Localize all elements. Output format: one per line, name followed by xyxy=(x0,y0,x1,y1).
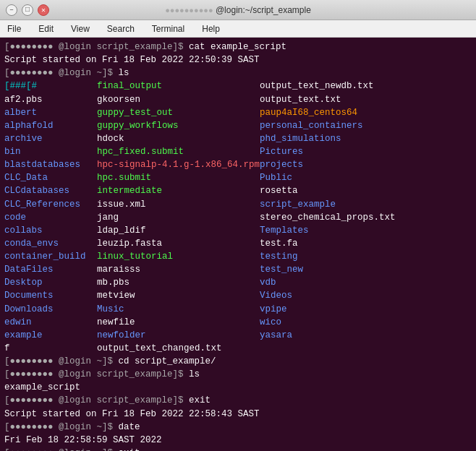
ls-item: test.fa xyxy=(260,237,404,250)
ls-item: hpc_fixed.submit xyxy=(97,145,260,158)
terminal[interactable]: [●●●●●●●● @login script_example]$ cat ex… xyxy=(0,38,476,451)
ls-item: personal_containers xyxy=(260,119,404,132)
terminal-line: Script started on Fri 18 Feb 2022 22:50:… xyxy=(4,53,472,66)
ls-item: Downloads xyxy=(4,303,97,316)
ls-item: testing xyxy=(260,250,404,263)
terminal-line: [●●●●●●●● @login script_example]$ cat ex… xyxy=(4,40,472,53)
ls-item: f xyxy=(4,342,97,355)
ls-item: hdock xyxy=(97,132,260,145)
window-title: ●●●●●●●●●● @login:~/script_example xyxy=(49,5,427,15)
ls-item: Desktop xyxy=(4,276,97,289)
ls-item: archive xyxy=(4,132,97,145)
menu-terminal[interactable]: Terminal xyxy=(148,22,189,35)
ls-item: projects xyxy=(260,158,404,171)
terminal-line: [●●●●●●●● @login script_example]$ exit xyxy=(4,394,472,407)
ls-item: vpipe xyxy=(260,303,404,316)
ls-item: script_example xyxy=(260,198,404,211)
ls-item: Pictures xyxy=(260,145,404,158)
ls-item: intermediate xyxy=(97,184,260,197)
ls-item: CLCdatabases xyxy=(4,184,97,197)
ls-item: mb.pbs xyxy=(97,276,260,289)
ls-item: af2.pbs xyxy=(4,93,97,106)
ls-item: stereo_chemical_props.txt xyxy=(260,211,404,224)
title-user: ●●●●●●●●●● xyxy=(165,6,213,14)
ls-item: ldap_ldif xyxy=(97,224,260,237)
ls-item: maraisss xyxy=(97,263,260,276)
ls-item: newfolder xyxy=(97,329,260,342)
ls-item: guppy_workflows xyxy=(97,119,260,132)
ls-column-3: output_text_newdb.txt output_text.txt pa… xyxy=(260,80,404,355)
ls-item: Videos xyxy=(260,289,404,302)
ls-item: example xyxy=(4,329,97,342)
ls-item: final_output xyxy=(97,80,260,93)
ls-item: test_new xyxy=(260,263,404,276)
ls-item: albert xyxy=(4,106,97,119)
ls-item xyxy=(260,342,404,355)
ls-item: edwin xyxy=(4,316,97,329)
ls-output: [###[# af2.pbs albert alphafold archive … xyxy=(4,80,472,355)
title-path: @login:~/script_example xyxy=(216,5,311,15)
menu-view[interactable]: View xyxy=(67,22,94,35)
minimize-button[interactable]: – xyxy=(6,4,17,16)
ls-item: CLC_Data xyxy=(4,171,97,184)
terminal-line: example_script xyxy=(4,381,472,394)
ls-item: linux_tutorial xyxy=(97,250,260,263)
ls-item: collabs xyxy=(4,224,97,237)
ls-item: metview xyxy=(97,289,260,302)
ls-item: Documents xyxy=(4,289,97,302)
ls-item: phd_simulations xyxy=(260,132,404,145)
ls-item: issue.xml xyxy=(97,198,260,211)
ls-item: Public xyxy=(260,171,404,184)
ls-item: output_text.txt xyxy=(260,93,404,106)
ls-item: CLC_References xyxy=(4,198,97,211)
terminal-line: [●●●●●●●● @login ~]$ ls xyxy=(4,66,472,80)
menu-help[interactable]: Help xyxy=(197,22,224,35)
ls-item: blastdatabases xyxy=(4,158,97,171)
terminal-line: [●●●●●●●● @login script_example]$ ls xyxy=(4,368,472,381)
ls-item: bin xyxy=(4,145,97,158)
menubar: File Edit View Search Terminal Help xyxy=(0,20,476,38)
ls-item: Music xyxy=(97,303,260,316)
prompt: [●●●●●●●● @login script_example]$ xyxy=(4,40,189,53)
ls-item: guppy_test_out xyxy=(97,106,260,119)
ls-item: DataFiles xyxy=(4,263,97,276)
maximize-button[interactable]: □ xyxy=(22,4,33,16)
titlebar: – □ ✕ ●●●●●●●●●● @login:~/script_example xyxy=(0,0,476,20)
ls-item: newfile xyxy=(97,316,260,329)
ls-item: code xyxy=(4,211,97,224)
ls-item: vdb xyxy=(260,276,404,289)
menu-search[interactable]: Search xyxy=(103,22,139,35)
ls-item: hpc.submit xyxy=(97,171,260,184)
terminal-line: [●●●●●●●● @login ~]$ cd script_example/ xyxy=(4,355,472,368)
ls-item: conda_envs xyxy=(4,237,97,250)
terminal-line: Script started on Fri 18 Feb 2022 22:58:… xyxy=(4,408,472,421)
ls-item: [###[# xyxy=(4,80,97,93)
ls-item: Templates xyxy=(260,224,404,237)
ls-item: hpc-signalp-4.1.g-1.x86_64.rpm xyxy=(97,158,260,171)
ls-item: rosetta xyxy=(260,184,404,197)
ls-item: gkoorsen xyxy=(97,93,260,106)
terminal-line: Fri Feb 18 22:58:59 SAST 2022 xyxy=(4,434,472,447)
menu-file[interactable]: File xyxy=(3,22,25,35)
terminal-line: [●●●●●●●● @login ~]$ exit xyxy=(4,447,472,451)
menu-edit[interactable]: Edit xyxy=(34,22,58,35)
ls-item: yasara xyxy=(260,329,404,342)
ls-item: paup4aI68_centos64 xyxy=(260,106,404,119)
ls-column-1: [###[# af2.pbs albert alphafold archive … xyxy=(4,80,97,355)
terminal-line: [●●●●●●●● @login ~]$ date xyxy=(4,421,472,434)
ls-item: container_build xyxy=(4,250,97,263)
ls-item: output_text_newdb.txt xyxy=(260,80,404,93)
ls-item: jang xyxy=(97,211,260,224)
ls-item: output_text_changed.txt xyxy=(97,342,260,355)
window-controls[interactable]: – □ ✕ xyxy=(6,4,49,16)
ls-item: leuzip.fasta xyxy=(97,237,260,250)
ls-column-2: final_output gkoorsen guppy_test_out gup… xyxy=(97,80,260,355)
ls-item: alphafold xyxy=(4,119,97,132)
close-button[interactable]: ✕ xyxy=(38,4,49,16)
ls-item: wico xyxy=(260,316,404,329)
